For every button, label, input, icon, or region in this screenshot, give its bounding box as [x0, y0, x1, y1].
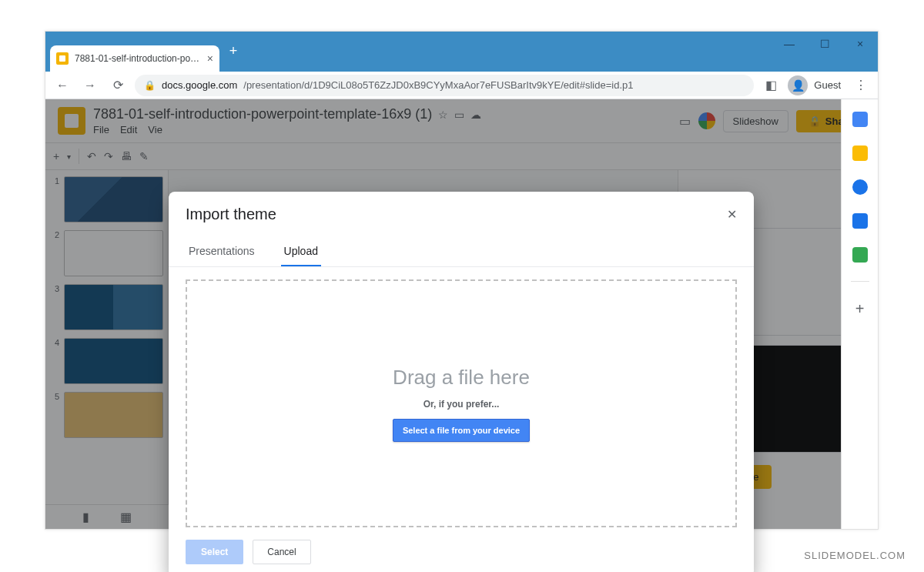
close-dialog-icon[interactable]: ✕: [727, 207, 737, 222]
tab-upload[interactable]: Upload: [281, 237, 321, 266]
back-icon[interactable]: ←: [52, 75, 73, 96]
import-theme-dialog: Import theme ✕ Presentations Upload Drag…: [169, 192, 754, 572]
calendar-icon[interactable]: [852, 112, 868, 127]
upload-dropzone[interactable]: Drag a file here Or, if you prefer... Se…: [186, 279, 737, 527]
favicon-slides-icon: [56, 52, 69, 65]
tasks-icon[interactable]: [852, 179, 868, 195]
cancel-button[interactable]: Cancel: [253, 540, 310, 564]
close-window-button[interactable]: ×: [842, 32, 878, 56]
contacts-icon[interactable]: [852, 213, 868, 229]
drag-hint: Drag a file here: [393, 366, 530, 390]
new-tab-button[interactable]: +: [223, 40, 244, 62]
profile-label: Guest: [814, 79, 841, 91]
maps-icon[interactable]: [852, 247, 868, 263]
kebab-icon[interactable]: ⋮: [850, 75, 872, 96]
address-bar: ← → ⟳ 🔒 docs.google.com/presentation/d/1…: [45, 72, 878, 99]
tab-presentations[interactable]: Presentations: [186, 237, 258, 266]
dialog-title: Import theme: [186, 206, 276, 223]
url-field[interactable]: 🔒 docs.google.com/presentation/d/1D9CiL0…: [135, 75, 754, 96]
url-domain: docs.google.com: [162, 79, 237, 91]
add-addon-icon[interactable]: +: [855, 300, 865, 318]
panel-icon[interactable]: ◧: [760, 75, 782, 96]
watermark: SLIDEMODEL.COM: [804, 550, 906, 561]
browser-titlebar: 7881-01-self-introduction-powe × + — ☐ ×: [45, 32, 878, 72]
url-path: /presentation/d/1D9CiL08o5T6ZzJD0xB9CYyM…: [243, 79, 633, 91]
minimize-button[interactable]: —: [772, 32, 807, 56]
side-panel: +: [841, 99, 878, 529]
browser-tab[interactable]: 7881-01-self-introduction-powe ×: [50, 45, 219, 72]
lock-icon: 🔒: [144, 80, 156, 91]
tab-title: 7881-01-self-introduction-powe: [75, 53, 201, 64]
maximize-button[interactable]: ☐: [807, 32, 842, 56]
select-file-button[interactable]: Select a file from your device: [393, 419, 530, 442]
or-hint: Or, if you prefer...: [424, 399, 500, 410]
keep-icon[interactable]: [852, 146, 868, 161]
reload-icon[interactable]: ⟳: [107, 75, 129, 96]
select-button[interactable]: Select: [186, 540, 243, 564]
forward-icon[interactable]: →: [79, 75, 101, 96]
close-tab-icon[interactable]: ×: [207, 52, 213, 65]
profile-avatar-icon[interactable]: 👤: [788, 75, 808, 95]
